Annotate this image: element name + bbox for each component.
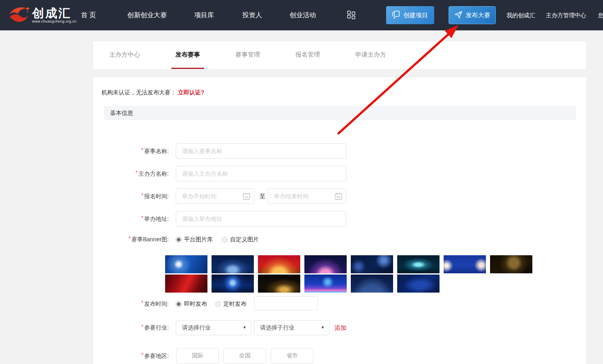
- apps-grid-icon[interactable]: [347, 11, 355, 21]
- nav-link-my-account[interactable]: 我的创成汇: [506, 0, 535, 30]
- banner-thumbnail-teal-glow-orb[interactable]: [397, 255, 440, 273]
- publish-contest-label: 发布大赛: [466, 11, 490, 19]
- publish-time-label: *发布时间:: [93, 296, 169, 311]
- banner-thumbnail-red-gold-horizon[interactable]: [258, 255, 300, 273]
- required-mark: *: [141, 192, 143, 198]
- top-navbar: 创成汇 www.chuangcheng.org.cn 首 页 创新创业大赛 项目…: [0, 0, 603, 30]
- start-date-field: [176, 188, 254, 204]
- radio-publish-now[interactable]: [176, 301, 182, 307]
- sub-industry-select-value: 请选择子行业: [260, 324, 295, 331]
- address-input[interactable]: [176, 211, 346, 227]
- banner-thumbnail-blue-tech-ring[interactable]: [165, 255, 207, 273]
- platform-gallery-label: 平台图片库: [184, 236, 213, 243]
- banner-label: *赛事Banner图:: [93, 235, 169, 244]
- signup-time-label: *报名时间:: [93, 188, 169, 204]
- nav-item-investors[interactable]: 投资人: [242, 0, 262, 30]
- organizer-name-label: *主办方名称:: [93, 166, 169, 182]
- paper-plane-icon: [454, 11, 463, 20]
- region-button-province[interactable]: 省市: [271, 348, 313, 364]
- organizer-name-input[interactable]: [176, 166, 346, 181]
- nav-link-organizer-center[interactable]: 主办方管理中心: [546, 0, 586, 30]
- create-project-label: 创建项目: [403, 11, 428, 19]
- nav-link-partial[interactable]: 您: [598, 0, 603, 30]
- industry-select[interactable]: 请选择行业 ▼: [176, 320, 251, 335]
- create-project-button[interactable]: 创建项目: [386, 6, 434, 24]
- tab-publish-event[interactable]: 发布赛事: [171, 41, 204, 69]
- publish-now-option[interactable]: 即时发布: [176, 300, 207, 308]
- row-address: *举办地址:: [104, 211, 575, 227]
- banner-thumbnail-blue-ring-glow[interactable]: [212, 275, 254, 293]
- tab-organizer-center[interactable]: 主办方中心: [105, 41, 144, 69]
- certify-now-link[interactable]: 立即认证?: [178, 89, 205, 96]
- banner-thumbnail-blue-emblem[interactable]: [397, 275, 440, 293]
- address-label: *举办地址:: [93, 211, 169, 227]
- banner-thumbnail-blue-map-flares[interactable]: [444, 255, 486, 273]
- region-label: *参赛地区:: [93, 348, 169, 364]
- radio-publish-scheduled[interactable]: [215, 301, 221, 307]
- banner-thumbnail-navy-particles[interactable]: [351, 255, 393, 273]
- tab-apply-organizer[interactable]: 申请主办方: [351, 41, 390, 69]
- organizer-tabs-bar: 主办方中心 发布赛事 赛事管理 报名管理 申请主办方: [93, 41, 586, 69]
- banner-thumbnail-row-1: [165, 255, 532, 273]
- banner-thumbnail-navy-city-skyline[interactable]: [212, 255, 254, 273]
- row-publish-time: *发布时间: 即时发布 定时发布: [104, 296, 575, 311]
- nav-item-competitions[interactable]: 创新创业大赛: [127, 0, 167, 30]
- nav-item-home[interactable]: 首 页: [81, 0, 96, 30]
- file-plus-icon: [392, 10, 400, 20]
- custom-image-label: 自定义图片: [230, 236, 259, 243]
- row-event-name: *赛事名称:: [104, 143, 575, 159]
- date-range-separator: 至: [258, 188, 267, 204]
- industry-select-value: 请选择行业: [182, 324, 211, 331]
- add-industry-link[interactable]: 添加: [334, 320, 347, 335]
- nav-item-activities[interactable]: 创业活动: [290, 0, 316, 30]
- section-basic-info: 基本信息: [104, 106, 576, 120]
- end-date-input[interactable]: [268, 188, 346, 204]
- publish-contest-button[interactable]: 发布大赛: [449, 6, 496, 24]
- banner-thumbnail-purple-planet[interactable]: [304, 255, 347, 273]
- row-signup-time: *报名时间: 至: [104, 188, 575, 204]
- publish-event-form-card: 机构未认证，无法发布大赛：立即认证? 基本信息 *赛事名称: *主办方名称: *…: [93, 77, 586, 364]
- required-mark: *: [136, 169, 138, 176]
- row-region: *参赛地区: 国际 全国 省市: [104, 348, 575, 364]
- radio-platform-gallery[interactable]: [176, 237, 182, 243]
- industry-label: *参赛行业:: [93, 320, 169, 335]
- required-mark: *: [141, 352, 143, 358]
- publish-scheduled-label: 定时发布: [223, 300, 246, 308]
- publish-now-label: 即时发布: [184, 300, 207, 308]
- required-mark: *: [141, 300, 143, 306]
- region-button-national[interactable]: 全国: [223, 348, 266, 364]
- tab-registration-management[interactable]: 报名管理: [291, 41, 324, 69]
- site-logo[interactable]: 创成汇 www.chuangcheng.org.cn: [8, 4, 76, 26]
- banner-thumbnail-gold-particle-city[interactable]: [258, 275, 300, 293]
- radio-custom-image[interactable]: [222, 237, 228, 243]
- banner-source-platform-option[interactable]: 平台图片库: [176, 236, 213, 243]
- banner-thumbnail-row-2: [165, 275, 440, 293]
- row-industry: *参赛行业: 请选择行业 ▼ 请选择子行业 ▼ 添加: [104, 320, 575, 335]
- banner-thumbnail-red-light-streaks[interactable]: [165, 275, 207, 293]
- caret-down-icon: ▼: [243, 321, 246, 335]
- row-banner: *赛事Banner图: 平台图片库 自定义图片: [104, 235, 575, 243]
- event-name-input[interactable]: [176, 143, 346, 159]
- required-mark: *: [141, 147, 143, 153]
- required-mark: *: [141, 323, 143, 330]
- sub-industry-select[interactable]: 请选择子行业 ▼: [254, 320, 329, 335]
- banner-thumbnail-stage-rainbow[interactable]: [304, 275, 347, 293]
- row-organizer-name: *主办方名称:: [104, 166, 575, 181]
- end-date-field: [268, 188, 346, 204]
- scheduled-time-input[interactable]: [254, 296, 318, 310]
- logo-url: www.chuangcheng.org.cn: [32, 19, 76, 23]
- banner-thumbnail-ray-city-outline[interactable]: [351, 275, 393, 293]
- banner-source-custom-option[interactable]: 自定义图片: [222, 236, 259, 243]
- start-date-input[interactable]: [176, 188, 254, 204]
- required-mark: *: [129, 235, 131, 241]
- tab-event-management[interactable]: 赛事管理: [231, 41, 264, 69]
- logo-title: 创成汇: [32, 7, 76, 19]
- region-button-international[interactable]: 国际: [176, 348, 219, 364]
- caret-down-icon: ▼: [321, 321, 325, 335]
- logo-bird-icon: [8, 4, 30, 26]
- required-mark: *: [141, 215, 143, 221]
- nav-item-projects[interactable]: 项目库: [194, 0, 214, 30]
- publish-scheduled-option[interactable]: 定时发布: [215, 300, 246, 308]
- banner-thumbnail-gold-globe-dark[interactable]: [490, 255, 532, 273]
- event-name-label: *赛事名称:: [93, 143, 169, 159]
